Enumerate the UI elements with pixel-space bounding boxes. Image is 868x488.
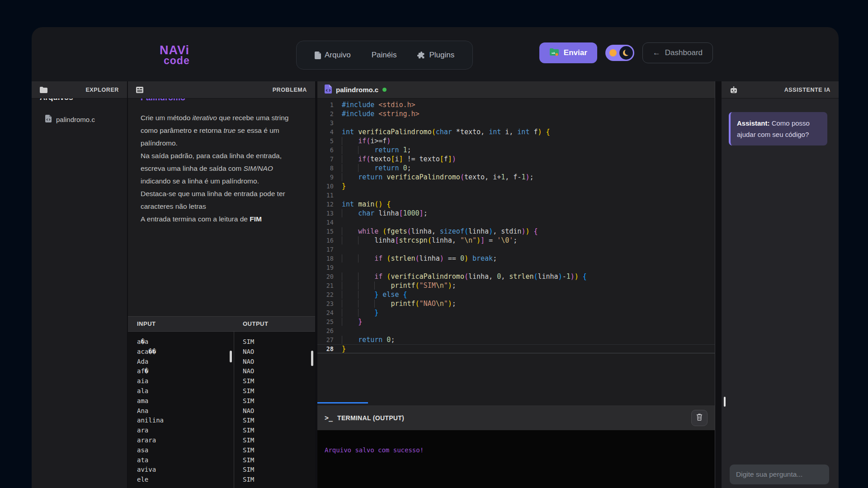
code-text: printf("NAO\n"); <box>342 299 456 308</box>
io-input-value: asa <box>128 446 234 456</box>
line-number: 26 <box>317 326 342 335</box>
enviar-button[interactable]: Enviar <box>539 42 597 63</box>
assistant-scrollbar-thumb[interactable] <box>724 397 726 407</box>
theme-toggle[interactable] <box>605 45 634 61</box>
code-text: printf("SIM\n"); <box>342 281 456 290</box>
io-output-value: NAO <box>234 367 315 377</box>
input-scrollbar-thumb[interactable] <box>230 351 232 362</box>
explorer-panel: EXPLORER Arquivos palindromo.c <box>32 81 127 488</box>
code-line-15: 15 while (fgets(linha, sizeof(linha), st… <box>317 227 715 236</box>
terminal-header: >_ TERMINAL (OUTPUT) <box>317 405 715 430</box>
menu-item-plugins[interactable]: Plugins <box>417 51 454 60</box>
line-number: 7 <box>317 155 342 164</box>
code-line-20: 20 if (verificaPalindromo(linha, 0, strl… <box>317 272 715 281</box>
code-text: return 0; <box>342 164 411 173</box>
code-text: return 1; <box>342 145 411 155</box>
terminal-title: TERMINAL (OUTPUT) <box>337 414 691 422</box>
io-row: a�aSIM <box>128 338 315 348</box>
io-output-value: SIM <box>234 436 315 446</box>
file-list: palindromo.c <box>32 115 127 124</box>
code-line-22: 22 } else { <box>317 290 715 299</box>
line-number: 4 <box>317 127 342 136</box>
problem-paragraph: Crie um método iterativo que recebe uma … <box>141 112 290 150</box>
io-output-value: SIM <box>234 377 315 387</box>
file-code-icon <box>325 84 332 95</box>
code-text: if (strlen(linha) == 0) break; <box>342 254 497 263</box>
file-name: palindromo.c <box>56 116 95 123</box>
code-line-28: 28} <box>317 344 715 353</box>
problem-title-header: PROBLEMA <box>273 87 307 93</box>
io-row: araSIM <box>128 427 315 436</box>
io-input-value: a�a <box>128 338 234 348</box>
resize-accent[interactable] <box>317 402 368 404</box>
code-text: } <box>342 344 346 353</box>
code-text: int verificaPalindromo(char *texto, int … <box>342 127 550 136</box>
menu-item-label: Plugins <box>429 51 454 60</box>
code-line-14: 14 <box>317 218 715 227</box>
explorer-panel-header: EXPLORER <box>32 81 127 99</box>
io-output-value: SIM <box>234 397 315 407</box>
editor-panel: palindromo.c 1#include <stdio.h>2#includ… <box>317 81 715 488</box>
app-window: NAVi code ArquivoPainéisPlugins Enviar <box>32 27 839 488</box>
code-line-13: 13 char linha[1000]; <box>317 209 715 218</box>
io-row: AdaNAO <box>128 358 315 368</box>
menu-item-painéis[interactable]: Painéis <box>372 51 397 60</box>
code-text: #include <string.h> <box>342 109 420 118</box>
code-text: } <box>342 317 362 326</box>
io-input-value: arara <box>128 436 234 446</box>
io-row: eleSIM <box>128 476 315 486</box>
app-header: NAVi code ArquivoPainéisPlugins Enviar <box>32 27 839 81</box>
io-input-value: anilina <box>128 417 234 427</box>
code-editor[interactable]: 1#include <stdio.h>2#include <string.h>3… <box>317 99 715 402</box>
code-text: if (verificaPalindromo(linha, 0, strlen(… <box>342 272 587 281</box>
moon-icon <box>623 50 629 56</box>
line-number: 19 <box>317 263 342 272</box>
line-number: 13 <box>317 209 342 218</box>
code-line-25: 25 } <box>317 317 715 326</box>
line-number: 16 <box>317 236 342 245</box>
io-row: af�NAO <box>128 367 315 377</box>
code-line-8: 8 return 0; <box>317 164 715 173</box>
clear-terminal-button[interactable] <box>691 410 708 426</box>
assistant-panel-header: ASSISTENTE IA <box>722 81 839 99</box>
file-item-palindromo.c[interactable]: palindromo.c <box>45 115 127 124</box>
code-line-7: 7 if(texto[i] != texto[f]) <box>317 155 715 164</box>
assistant-question-input[interactable] <box>730 465 829 484</box>
trash-icon <box>696 413 703 422</box>
line-number: 11 <box>317 191 342 200</box>
code-text: #include <stdio.h> <box>342 100 415 109</box>
main-menu: ArquivoPainéisPlugins <box>296 41 473 70</box>
line-number: 5 <box>317 136 342 145</box>
code-text: } <box>342 308 378 317</box>
io-input-value: ara <box>128 427 234 436</box>
io-row: anilinaSIM <box>128 417 315 427</box>
problem-panel: PROBLEMA Palindromo Crie um método itera… <box>128 81 315 488</box>
io-input-value: ala <box>128 387 234 397</box>
tab-filename: palindromo.c <box>336 86 378 94</box>
terminal-output[interactable]: Arquivo salvo com sucesso! <box>317 430 715 488</box>
line-number: 18 <box>317 254 342 263</box>
code-text: } else { <box>342 290 407 299</box>
io-row: asaSIM <box>128 446 315 456</box>
io-input-value: Ana <box>128 407 234 417</box>
code-line-10: 10} <box>317 182 715 191</box>
code-text: } <box>342 182 346 191</box>
code-line-6: 6 return 1; <box>317 145 715 155</box>
menu-item-arquivo[interactable]: Arquivo <box>315 51 351 60</box>
tab-palindromo[interactable]: palindromo.c <box>317 81 394 98</box>
assistant-panel: ASSISTENTE IA Assistant: Como posso ajud… <box>722 81 839 488</box>
terminal-line: Arquivo salvo com sucesso! <box>325 446 715 455</box>
modified-dot <box>382 88 387 92</box>
io-row: ataSIM <box>128 456 315 466</box>
dashboard-button[interactable]: ← Dashboard <box>642 42 713 63</box>
line-number: 6 <box>317 145 342 155</box>
io-input-value: aia <box>128 377 234 387</box>
io-output-value: NAO <box>234 348 315 358</box>
problem-paragraph: A entrada termina com a leitura de FIM <box>141 213 290 225</box>
code-text: char linha[1000]; <box>342 209 428 218</box>
code-line-9: 9 return verificaPalindromo(texto, i+1, … <box>317 173 715 182</box>
content-area: EXPLORER Arquivos palindromo.c PROBLEMA … <box>32 81 839 488</box>
code-line-3: 3 <box>317 118 715 127</box>
code-line-21: 21 printf("SIM\n"); <box>317 281 715 290</box>
output-scrollbar-thumb[interactable] <box>311 351 313 366</box>
